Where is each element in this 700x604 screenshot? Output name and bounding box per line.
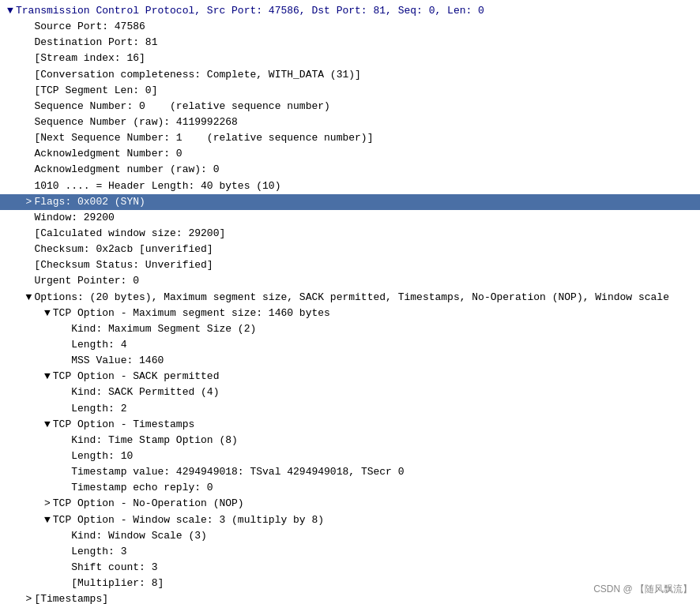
- content-ts-echo: Timestamp echo reply: 0: [71, 480, 213, 496]
- tree-row-dst-port: Destination Port: 81: [0, 35, 700, 51]
- tree-row-ts-kind: Kind: Time Stamp Option (8): [0, 433, 700, 448]
- indent-header-len: [5, 178, 23, 194]
- indent-checksum: [5, 242, 23, 257]
- tree-row-ack-num: Acknowledgment Number: 0: [0, 146, 700, 162]
- content-options: Options: (20 bytes), Maximum segment siz…: [34, 290, 669, 306]
- tree-row-src-port: Source Port: 47586: [0, 19, 700, 35]
- content-src-port: Source Port: 47586: [34, 19, 145, 35]
- content-timestamps-bottom: [Timestamps]: [34, 591, 108, 604]
- tree-row-top-level[interactable]: ▼Transmission Control Protocol, Src Port…: [0, 3, 700, 19]
- expander-ack-num: [23, 146, 34, 162]
- content-checksum: Checksum: 0x2acb [unverified]: [34, 242, 213, 257]
- expander-tcp-opt-sack[interactable]: ▼: [42, 369, 53, 385]
- tree-row-ws-length: Length: 3: [0, 544, 700, 560]
- tree-row-ts-length: Length: 10: [0, 448, 700, 464]
- tree-row-options[interactable]: ▼Options: (20 bytes), Maximum segment si…: [0, 290, 700, 306]
- expander-dst-port: [23, 35, 34, 51]
- tree-row-ws-kind: Kind: Window Scale (3): [0, 528, 700, 544]
- tree-row-urgent: Urgent Pointer: 0: [0, 273, 700, 289]
- content-tcp-opt-mss: TCP Option - Maximum segment size: 1460 …: [53, 306, 330, 321]
- indent-tcp-opt-mss: [5, 306, 42, 321]
- tree-row-seq-num: Sequence Number: 0 (relative sequence nu…: [0, 99, 700, 114]
- expander-ts-echo: [60, 480, 71, 496]
- indent-conversation: [5, 67, 23, 83]
- content-next-seq: [Next Sequence Number: 1 (relative seque…: [34, 130, 373, 146]
- expander-options[interactable]: ▼: [23, 290, 34, 306]
- content-tcp-opt-sack: TCP Option - SACK permitted: [53, 369, 220, 385]
- indent-ws-multiplier: [5, 576, 60, 591]
- content-top-level: Transmission Control Protocol, Src Port:…: [16, 3, 484, 19]
- indent-tcp-opt-ws: [5, 512, 42, 528]
- indent-ts-value: [5, 464, 60, 480]
- tree-row-ts-echo: Timestamp echo reply: 0: [0, 480, 700, 496]
- indent-window: [5, 210, 23, 226]
- indent-mss-length: [5, 337, 60, 353]
- expander-flags[interactable]: >: [23, 194, 34, 210]
- indent-tcp-seg-len: [5, 83, 23, 99]
- expander-ws-kind: [60, 528, 71, 544]
- indent-ack-num-raw: [5, 162, 23, 178]
- expander-top-level[interactable]: ▼: [5, 3, 16, 19]
- tree-row-tcp-seg-len: [TCP Segment Len: 0]: [0, 83, 700, 99]
- indent-mss-kind: [5, 321, 60, 337]
- expander-timestamps-bottom[interactable]: >: [23, 591, 34, 604]
- content-ws-multiplier: [Multiplier: 8]: [71, 576, 164, 591]
- content-conversation: [Conversation completeness: Complete, WI…: [34, 67, 360, 83]
- tree-row-tcp-opt-ts[interactable]: ▼TCP Option - Timestamps: [0, 417, 700, 433]
- content-mss-length: Length: 4: [71, 337, 126, 353]
- expander-seq-num: [23, 99, 34, 114]
- tree-row-tcp-opt-sack[interactable]: ▼TCP Option - SACK permitted: [0, 369, 700, 385]
- indent-src-port: [5, 19, 23, 35]
- content-seq-num-raw: Sequence Number (raw): 4119992268: [34, 114, 237, 130]
- tree-row-tcp-opt-ws[interactable]: ▼TCP Option - Window scale: 3 (multiply …: [0, 512, 700, 528]
- content-ws-shift: Shift count: 3: [71, 560, 157, 576]
- indent-next-seq: [5, 130, 23, 146]
- expander-header-len: [23, 178, 34, 194]
- indent-seq-num-raw: [5, 114, 23, 130]
- content-ack-num-raw: Acknowledgment number (raw): 0: [34, 162, 219, 178]
- content-ack-num: Acknowledgment Number: 0: [34, 146, 182, 162]
- content-mss-value: MSS Value: 1460: [71, 353, 164, 369]
- expander-ts-length: [60, 448, 71, 464]
- content-ts-kind: Kind: Time Stamp Option (8): [71, 433, 238, 448]
- content-ws-kind: Kind: Window Scale (3): [71, 528, 207, 544]
- expander-tcp-opt-nop[interactable]: >: [42, 496, 53, 512]
- expander-next-seq: [23, 130, 34, 146]
- tree-row-window: Window: 29200: [0, 210, 700, 226]
- indent-ws-kind: [5, 528, 60, 544]
- indent-tcp-opt-ts: [5, 417, 42, 433]
- indent-tcp-opt-nop: [5, 496, 42, 512]
- content-calc-window: [Calculated window size: 29200]: [34, 226, 225, 242]
- indent-timestamps-bottom: [5, 591, 23, 604]
- expander-src-port: [23, 19, 34, 35]
- expander-sack-length: [60, 401, 71, 417]
- tree-row-ws-shift: Shift count: 3: [0, 560, 700, 576]
- expander-mss-value: [60, 353, 71, 369]
- tree-row-seq-num-raw: Sequence Number (raw): 4119992268: [0, 114, 700, 130]
- tree-row-checksum: Checksum: 0x2acb [unverified]: [0, 242, 700, 257]
- tree-row-tcp-opt-mss[interactable]: ▼TCP Option - Maximum segment size: 1460…: [0, 306, 700, 321]
- packet-tree: ▼Transmission Control Protocol, Src Port…: [0, 0, 700, 604]
- tree-row-mss-kind: Kind: Maximum Segment Size (2): [0, 321, 700, 337]
- tree-row-tcp-opt-nop[interactable]: >TCP Option - No-Operation (NOP): [0, 496, 700, 512]
- content-urgent: Urgent Pointer: 0: [34, 273, 139, 289]
- expander-tcp-opt-ts[interactable]: ▼: [42, 417, 53, 433]
- expander-urgent: [23, 273, 34, 289]
- indent-ts-kind: [5, 433, 60, 448]
- expander-ws-length: [60, 544, 71, 560]
- expander-tcp-opt-mss[interactable]: ▼: [42, 306, 53, 321]
- indent-ts-echo: [5, 480, 60, 496]
- expander-calc-window: [23, 226, 34, 242]
- tree-row-sack-kind: Kind: SACK Permitted (4): [0, 385, 700, 400]
- indent-ack-num: [5, 146, 23, 162]
- indent-options: [5, 290, 23, 306]
- expander-tcp-seg-len: [23, 83, 34, 99]
- tree-row-flags[interactable]: >Flags: 0x002 (SYN): [0, 194, 700, 210]
- tree-row-next-seq: [Next Sequence Number: 1 (relative seque…: [0, 130, 700, 146]
- indent-flags: [5, 194, 23, 210]
- expander-tcp-opt-ws[interactable]: ▼: [42, 512, 53, 528]
- tree-row-mss-value: MSS Value: 1460: [0, 353, 700, 369]
- indent-dst-port: [5, 35, 23, 51]
- tree-row-checksum-status: [Checksum Status: Unverified]: [0, 257, 700, 273]
- expander-ws-shift: [60, 560, 71, 576]
